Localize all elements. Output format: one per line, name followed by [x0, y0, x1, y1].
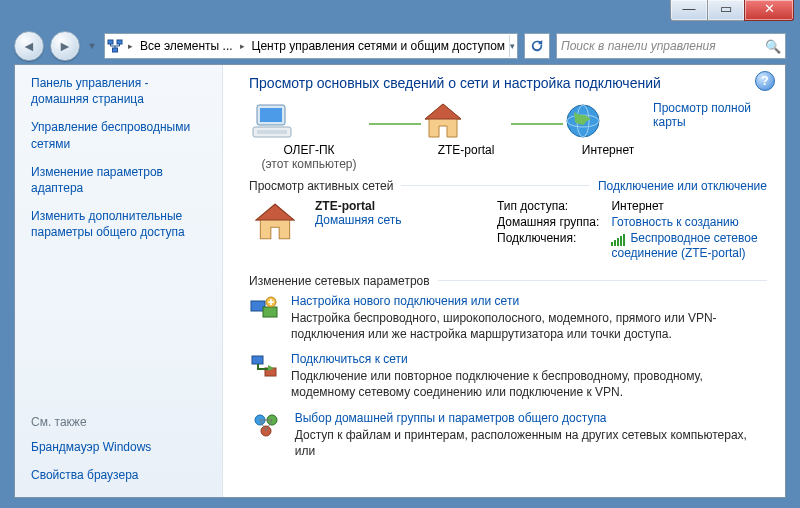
map-node-pc: ОЛЕГ-ПК (этот компьютер)	[249, 101, 369, 171]
map-node-internet: Интернет	[563, 101, 653, 157]
prop-homegroup-link[interactable]: Готовность к созданию	[611, 215, 767, 229]
search-input[interactable]: Поиск в панели управления 🔍	[556, 33, 786, 59]
sidebar-item-adapter[interactable]: Изменение параметров адаптера	[31, 164, 208, 196]
svg-marker-8	[425, 104, 461, 119]
refresh-button[interactable]	[524, 33, 550, 59]
prop-homegroup-label: Домашняя группа:	[497, 215, 599, 229]
see-also-header: См. также	[31, 415, 208, 429]
svg-rect-15	[263, 307, 277, 317]
svg-rect-2	[113, 48, 118, 52]
main-content: ? Просмотр основных сведений о сети и на…	[223, 65, 785, 497]
task-connect-desc: Подключение или повторное подключение к …	[291, 368, 767, 400]
computer-icon	[249, 101, 295, 141]
task-new-connection-icon	[249, 294, 279, 342]
close-button[interactable]: ✕	[744, 0, 794, 21]
nav-history-dropdown[interactable]: ▼	[86, 32, 98, 60]
full-map-link[interactable]: Просмотр полной карты	[653, 101, 767, 129]
prop-connections-link[interactable]: Беспроводное сетевое соединение (ZTE-por…	[611, 231, 767, 260]
prop-connections-label: Подключения:	[497, 231, 599, 260]
map-link-1	[369, 101, 421, 147]
network-map: ОЛЕГ-ПК (этот компьютер) ZTE-portal	[249, 101, 653, 171]
svg-rect-0	[108, 40, 113, 44]
minimize-button[interactable]: ―	[670, 0, 708, 21]
task-connect-icon	[249, 352, 279, 400]
house-icon	[252, 201, 298, 243]
sidebar-item-sharing[interactable]: Изменить дополнительные параметры общего…	[31, 208, 208, 240]
sidebar-item-home[interactable]: Панель управления - домашняя страница	[31, 75, 208, 107]
signal-icon	[611, 232, 626, 246]
map-link-2	[511, 101, 563, 147]
map-node-internet-label: Интернет	[563, 143, 653, 157]
task-new-connection: Настройка нового подключения или сети На…	[249, 294, 767, 342]
active-networks-label: Просмотр активных сетей	[249, 179, 393, 193]
see-also-firewall[interactable]: Брандмауэр Windows	[31, 439, 208, 455]
network-type-link[interactable]: Домашняя сеть	[315, 213, 401, 227]
forward-button[interactable]: ►	[50, 31, 80, 61]
chevron-right-icon: ▸	[237, 41, 248, 51]
titlebar: ― ▭ ✕	[0, 0, 800, 30]
task-homegroup-desc: Доступ к файлам и принтерам, расположенн…	[295, 427, 767, 459]
prop-access-value: Интернет	[611, 199, 767, 213]
address-dropdown[interactable]: ▾	[509, 35, 515, 57]
network-properties: Тип доступа: Интернет Домашняя группа: Г…	[497, 199, 767, 260]
maximize-button[interactable]: ▭	[707, 0, 745, 21]
chevron-right-icon: ▸	[125, 41, 136, 51]
task-new-connection-link[interactable]: Настройка нового подключения или сети	[291, 294, 767, 308]
svg-rect-1	[117, 40, 122, 44]
network-name: ZTE-portal	[315, 199, 401, 213]
search-placeholder: Поиск в панели управления	[561, 39, 716, 53]
task-new-connection-desc: Настройка беспроводного, широкополосного…	[291, 310, 767, 342]
sidebar-item-wireless[interactable]: Управление беспроводными сетями	[31, 119, 208, 151]
network-center-icon	[107, 37, 123, 55]
task-homegroup-icon	[249, 411, 283, 459]
change-settings-label: Изменение сетевых параметров	[249, 274, 430, 288]
breadcrumb-current[interactable]: Центр управления сетями и общим доступом	[250, 39, 508, 53]
help-icon[interactable]: ?	[755, 71, 775, 91]
prop-access-label: Тип доступа:	[497, 199, 599, 213]
see-also-browser[interactable]: Свойства браузера	[31, 467, 208, 483]
task-connect-link[interactable]: Подключиться к сети	[291, 352, 767, 366]
globe-icon	[563, 101, 603, 141]
svg-rect-17	[252, 356, 263, 364]
svg-rect-4	[260, 108, 282, 122]
address-bar[interactable]: ▸ Все элементы ... ▸ Центр управления се…	[104, 33, 518, 59]
sidebar: Панель управления - домашняя страница Уп…	[15, 65, 223, 497]
map-node-gateway-label: ZTE-portal	[421, 143, 511, 157]
back-button[interactable]: ◄	[14, 31, 44, 61]
map-node-pc-sub: (этот компьютер)	[249, 157, 369, 171]
connect-disconnect-link[interactable]: Подключение или отключение	[598, 179, 767, 193]
map-node-gateway: ZTE-portal	[421, 101, 511, 157]
svg-rect-6	[257, 130, 287, 134]
breadcrumb-root[interactable]: Все элементы ...	[138, 39, 235, 53]
task-connect: Подключиться к сети Подключение или повт…	[249, 352, 767, 400]
task-homegroup: Выбор домашней группы и параметров общег…	[249, 411, 767, 459]
svg-marker-13	[256, 204, 294, 220]
map-node-pc-label: ОЛЕГ-ПК	[249, 143, 369, 157]
search-icon: 🔍	[765, 39, 781, 54]
network-icon	[249, 199, 301, 260]
page-title: Просмотр основных сведений о сети и наст…	[249, 75, 767, 91]
house-icon	[421, 101, 465, 141]
task-homegroup-link[interactable]: Выбор домашней группы и параметров общег…	[295, 411, 767, 425]
